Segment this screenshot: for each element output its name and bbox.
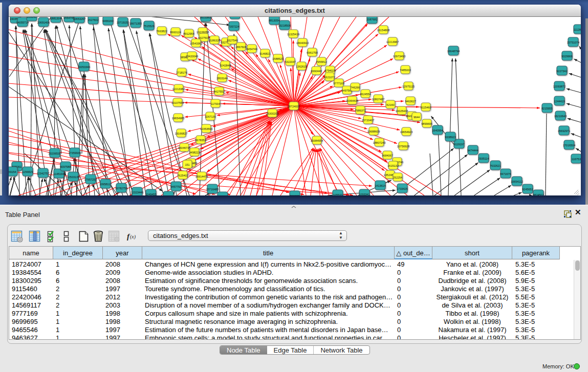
svg-text:20691406: 20691406 (37, 21, 50, 24)
svg-text:746266: 746266 (351, 86, 360, 89)
svg-text:12503135: 12503135 (67, 176, 79, 179)
svg-text:10025433: 10025433 (396, 110, 408, 113)
svg-text:1615132: 1615132 (387, 164, 398, 167)
svg-text:92450: 92450 (219, 195, 226, 196)
svg-text:117004: 117004 (211, 102, 220, 105)
svg-text:9327546: 9327546 (227, 39, 237, 42)
svg-text:904513: 904513 (164, 195, 173, 196)
svg-text:15751074: 15751074 (567, 41, 579, 44)
svg-text:105533: 105533 (333, 193, 342, 196)
svg-text:9115460: 9115460 (420, 106, 431, 109)
svg-text:7663822: 7663822 (156, 30, 167, 33)
svg-text:8427552: 8427552 (213, 90, 224, 93)
svg-text:7485003: 7485003 (400, 69, 410, 72)
svg-text:252254: 252254 (393, 176, 402, 179)
svg-text:19218506: 19218506 (278, 24, 291, 27)
svg-text:12975115: 12975115 (402, 85, 415, 88)
svg-text:19166827: 19166827 (175, 132, 187, 135)
svg-text:1733426: 1733426 (397, 187, 407, 190)
svg-text:15720407: 15720407 (362, 119, 374, 122)
svg-text:12093872: 12093872 (553, 85, 565, 88)
svg-text:1362615: 1362615 (296, 65, 307, 68)
svg-text:9242848: 9242848 (220, 64, 230, 67)
svg-text:10688609: 10688609 (367, 130, 380, 133)
svg-text:10654112: 10654112 (511, 180, 523, 183)
svg-text:19654923: 19654923 (400, 130, 412, 134)
svg-text:62160: 62160 (386, 103, 394, 106)
svg-text:7955812: 7955812 (316, 60, 326, 63)
svg-text:8912954: 8912954 (183, 32, 194, 35)
svg-text:20053346: 20053346 (78, 65, 90, 69)
svg-text:16914479: 16914479 (195, 175, 208, 178)
svg-text:3498222: 3498222 (189, 151, 200, 154)
svg-text:9245652: 9245652 (522, 188, 533, 191)
svg-text:10543362: 10543362 (190, 42, 202, 45)
svg-text:1112845: 1112845 (574, 28, 581, 31)
svg-text:116753: 116753 (572, 158, 581, 161)
svg-text:7357224: 7357224 (228, 25, 239, 28)
svg-text:6990448: 6990448 (311, 70, 321, 73)
svg-text:20206535: 20206535 (49, 152, 61, 155)
svg-text:20364436: 20364436 (346, 99, 358, 102)
svg-text:23420046: 23420046 (186, 55, 198, 58)
svg-text:9644: 9644 (413, 116, 420, 119)
svg-text:12353594: 12353594 (200, 127, 212, 130)
svg-text:25300203: 25300203 (266, 112, 278, 115)
svg-text:18724007: 18724007 (288, 105, 300, 108)
svg-text:10653267: 10653267 (73, 17, 85, 20)
svg-text:6961758: 6961758 (307, 51, 317, 54)
svg-text:2087682: 2087682 (366, 18, 377, 21)
svg-text:15692971: 15692971 (558, 129, 570, 133)
svg-text:9457791: 9457791 (170, 185, 181, 188)
svg-text:12342757: 12342757 (37, 172, 49, 175)
svg-text:8813054: 8813054 (269, 19, 279, 22)
svg-text:10756928: 10756928 (397, 145, 409, 148)
svg-text:1640994: 1640994 (432, 129, 443, 132)
svg-text:16210643: 16210643 (554, 115, 567, 118)
svg-text:14055714: 14055714 (16, 21, 29, 24)
svg-text:8678352: 8678352 (195, 139, 206, 142)
svg-text:6794028: 6794028 (324, 69, 335, 72)
svg-text:8186328: 8186328 (209, 39, 220, 42)
svg-text:17359936: 17359936 (69, 151, 81, 155)
svg-text:151: 151 (185, 163, 189, 166)
svg-text:8215955: 8215955 (541, 107, 552, 110)
svg-text:9684067: 9684067 (382, 154, 393, 157)
svg-text:1145194: 1145194 (53, 172, 64, 176)
svg-text:12323446: 12323446 (131, 191, 143, 194)
svg-text:16640910: 16640910 (296, 41, 309, 45)
svg-text:3267130: 3267130 (205, 115, 215, 118)
svg-text:1156829: 1156829 (22, 170, 33, 173)
svg-text:9119197: 9119197 (453, 143, 464, 146)
svg-text:9777169: 9777169 (333, 82, 344, 85)
svg-text:10107554: 10107554 (171, 101, 184, 104)
svg-text:15716485: 15716485 (206, 188, 219, 191)
svg-text:8660124: 8660124 (170, 31, 181, 34)
svg-text:11325419: 11325419 (287, 33, 299, 36)
svg-text:1093341: 1093341 (359, 193, 369, 196)
svg-text:1527602: 1527602 (88, 18, 98, 21)
svg-text:10719155: 10719155 (117, 21, 129, 24)
svg-text:209140: 209140 (27, 17, 36, 18)
svg-text:9474444: 9474444 (467, 149, 478, 152)
svg-text:10807487: 10807487 (372, 98, 384, 101)
svg-text:9338923: 9338923 (445, 136, 455, 139)
svg-text:16033809: 16033809 (200, 17, 212, 19)
svg-text:8471676: 8471676 (500, 172, 511, 176)
svg-text:16648794: 16648794 (447, 50, 460, 53)
svg-text:9097588: 9097588 (60, 165, 71, 168)
svg-text:2718176: 2718176 (176, 71, 187, 74)
svg-text:7632621: 7632621 (490, 164, 500, 167)
svg-text:3624554: 3624554 (360, 93, 371, 96)
svg-text:2803144: 2803144 (216, 77, 227, 80)
svg-text:17957253: 17957253 (84, 178, 97, 181)
svg-text:19384554: 19384554 (311, 139, 323, 142)
svg-text:12213382: 12213382 (172, 87, 185, 91)
svg-text:830022: 830022 (290, 194, 299, 196)
svg-text:5322037: 5322037 (285, 60, 295, 63)
svg-text:1621072: 1621072 (324, 76, 335, 79)
svg-text:10973493: 10973493 (393, 55, 405, 58)
svg-text:7986372: 7986372 (355, 109, 365, 112)
svg-text:17016504: 17016504 (563, 144, 575, 147)
svg-text:9824502: 9824502 (533, 193, 543, 196)
